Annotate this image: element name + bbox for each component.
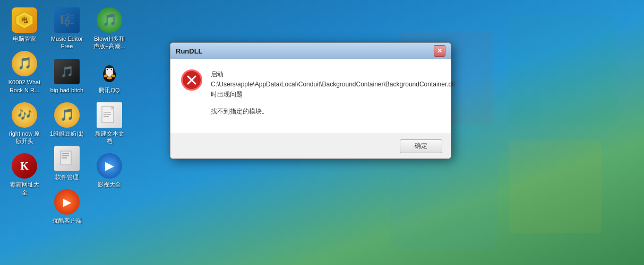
dialog-body: 启动C:\Users\apple\AppData\Local\Conduit\B… [170, 59, 451, 134]
dialog-close-button[interactable]: ✕ [434, 45, 445, 57]
ok-button[interactable]: 确定 [400, 139, 442, 153]
dialog-title: RunDLL [176, 47, 203, 55]
dialog-footer: 确定 [170, 134, 451, 158]
dialog-overlay: RunDLL ✕ 启动C:\Users\appl [0, 0, 644, 265]
dialog-text-block: 启动C:\Users\apple\AppData\Local\Conduit\B… [211, 69, 455, 117]
desktop: 电 电脑管家 🎵 K0002 What Rock N R... 🎶 right … [0, 0, 644, 265]
dialog-content-area: 启动C:\Users\apple\AppData\Local\Conduit\B… [181, 69, 440, 117]
error-icon [181, 69, 202, 91]
rundll-dialog: RunDLL ✕ 启动C:\Users\appl [170, 42, 451, 159]
dialog-main-text: 启动C:\Users\apple\AppData\Local\Conduit\B… [211, 69, 455, 100]
dialog-titlebar: RunDLL ✕ [170, 43, 451, 59]
error-x-icon [185, 74, 198, 86]
dialog-main-text-content: 启动C:\Users\apple\AppData\Local\Conduit\B… [211, 70, 455, 98]
dialog-sub-text: 找不到指定的模块。 [211, 107, 455, 117]
